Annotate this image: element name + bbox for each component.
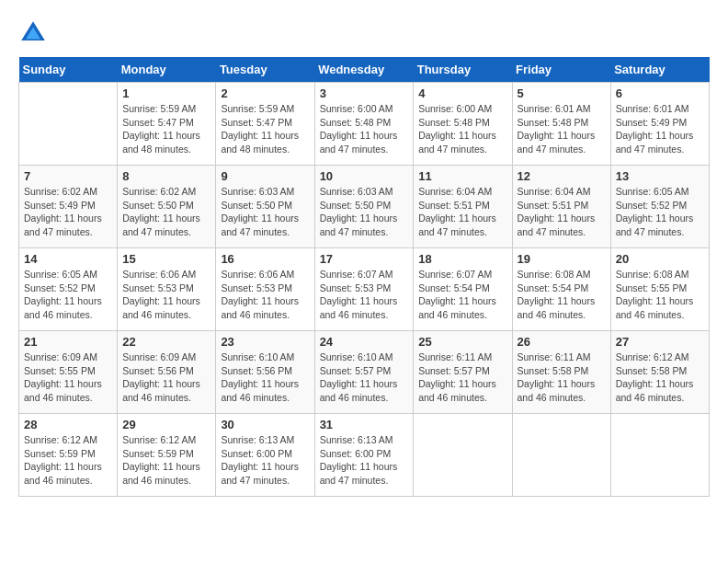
day-number: 25	[418, 335, 506, 349]
day-cell: 16Sunrise: 6:06 AM Sunset: 5:53 PM Dayli…	[216, 248, 314, 331]
day-number: 2	[221, 86, 309, 100]
day-info: Sunrise: 6:12 AM Sunset: 5:58 PM Dayligh…	[616, 350, 704, 405]
week-row-4: 21Sunrise: 6:09 AM Sunset: 5:55 PM Dayli…	[19, 331, 710, 414]
day-number: 21	[24, 335, 112, 349]
week-row-3: 14Sunrise: 6:05 AM Sunset: 5:52 PM Dayli…	[19, 248, 710, 331]
day-cell: 26Sunrise: 6:11 AM Sunset: 5:58 PM Dayli…	[512, 331, 610, 414]
day-cell: 14Sunrise: 6:05 AM Sunset: 5:52 PM Dayli…	[19, 248, 118, 331]
day-info: Sunrise: 5:59 AM Sunset: 5:47 PM Dayligh…	[122, 102, 210, 156]
day-number: 10	[320, 169, 409, 183]
day-cell: 8Sunrise: 6:02 AM Sunset: 5:50 PM Daylig…	[118, 166, 216, 248]
day-number: 24	[320, 335, 409, 349]
day-info: Sunrise: 6:09 AM Sunset: 5:55 PM Dayligh…	[24, 350, 112, 405]
day-cell	[610, 414, 709, 497]
day-cell	[19, 83, 118, 166]
day-info: Sunrise: 6:13 AM Sunset: 6:00 PM Dayligh…	[320, 433, 409, 488]
day-number: 7	[24, 169, 112, 183]
day-info: Sunrise: 6:06 AM Sunset: 5:53 PM Dayligh…	[221, 268, 309, 322]
day-number: 8	[122, 169, 210, 183]
day-info: Sunrise: 6:05 AM Sunset: 5:52 PM Dayligh…	[616, 185, 704, 239]
day-cell: 22Sunrise: 6:09 AM Sunset: 5:56 PM Dayli…	[118, 331, 216, 414]
day-info: Sunrise: 5:59 AM Sunset: 5:47 PM Dayligh…	[221, 102, 309, 156]
day-number: 9	[221, 169, 309, 183]
day-number: 22	[122, 335, 210, 349]
day-info: Sunrise: 6:10 AM Sunset: 5:57 PM Dayligh…	[320, 350, 409, 405]
day-info: Sunrise: 6:07 AM Sunset: 5:54 PM Dayligh…	[418, 268, 506, 322]
day-info: Sunrise: 6:02 AM Sunset: 5:50 PM Dayligh…	[122, 185, 210, 239]
weekday-header-row: SundayMondayTuesdayWednesdayThursdayFrid…	[19, 57, 710, 83]
day-info: Sunrise: 6:04 AM Sunset: 5:51 PM Dayligh…	[518, 185, 606, 239]
day-cell: 17Sunrise: 6:07 AM Sunset: 5:53 PM Dayli…	[314, 248, 414, 331]
day-number: 23	[221, 335, 309, 349]
week-row-2: 7Sunrise: 6:02 AM Sunset: 5:49 PM Daylig…	[19, 166, 710, 248]
day-number: 13	[616, 169, 704, 183]
day-cell: 25Sunrise: 6:11 AM Sunset: 5:57 PM Dayli…	[414, 331, 512, 414]
day-cell: 7Sunrise: 6:02 AM Sunset: 5:49 PM Daylig…	[19, 166, 118, 248]
day-cell: 20Sunrise: 6:08 AM Sunset: 5:55 PM Dayli…	[610, 248, 709, 331]
day-number: 14	[24, 252, 112, 266]
day-number: 11	[418, 169, 506, 183]
day-cell: 30Sunrise: 6:13 AM Sunset: 6:00 PM Dayli…	[216, 414, 314, 497]
day-cell: 11Sunrise: 6:04 AM Sunset: 5:51 PM Dayli…	[414, 166, 512, 248]
day-cell: 28Sunrise: 6:12 AM Sunset: 5:59 PM Dayli…	[19, 414, 118, 497]
day-cell: 19Sunrise: 6:08 AM Sunset: 5:54 PM Dayli…	[512, 248, 610, 331]
day-info: Sunrise: 6:10 AM Sunset: 5:56 PM Dayligh…	[221, 350, 309, 405]
calendar-table: SundayMondayTuesdayWednesdayThursdayFrid…	[18, 57, 710, 497]
day-info: Sunrise: 6:07 AM Sunset: 5:53 PM Dayligh…	[320, 268, 409, 322]
logo-icon	[18, 18, 48, 48]
day-cell: 3Sunrise: 6:00 AM Sunset: 5:48 PM Daylig…	[314, 83, 414, 166]
day-cell: 10Sunrise: 6:03 AM Sunset: 5:50 PM Dayli…	[314, 166, 414, 248]
day-info: Sunrise: 6:00 AM Sunset: 5:48 PM Dayligh…	[418, 102, 506, 156]
day-cell	[512, 414, 610, 497]
day-number: 15	[122, 252, 210, 266]
day-info: Sunrise: 6:00 AM Sunset: 5:48 PM Dayligh…	[320, 102, 409, 156]
week-row-5: 28Sunrise: 6:12 AM Sunset: 5:59 PM Dayli…	[19, 414, 710, 497]
day-number: 18	[418, 252, 506, 266]
day-number: 3	[320, 86, 409, 100]
day-info: Sunrise: 6:04 AM Sunset: 5:51 PM Dayligh…	[418, 185, 506, 239]
page-header	[18, 18, 710, 48]
day-info: Sunrise: 6:08 AM Sunset: 5:54 PM Dayligh…	[518, 268, 606, 322]
day-info: Sunrise: 6:12 AM Sunset: 5:59 PM Dayligh…	[24, 433, 112, 488]
day-number: 26	[518, 335, 606, 349]
weekday-header-wednesday: Wednesday	[314, 57, 414, 83]
day-info: Sunrise: 6:13 AM Sunset: 6:00 PM Dayligh…	[221, 433, 309, 488]
logo	[18, 18, 51, 48]
day-info: Sunrise: 6:01 AM Sunset: 5:48 PM Dayligh…	[518, 102, 606, 156]
day-info: Sunrise: 6:05 AM Sunset: 5:52 PM Dayligh…	[24, 268, 112, 322]
day-cell: 27Sunrise: 6:12 AM Sunset: 5:58 PM Dayli…	[610, 331, 709, 414]
week-row-1: 1Sunrise: 5:59 AM Sunset: 5:47 PM Daylig…	[19, 83, 710, 166]
day-cell: 21Sunrise: 6:09 AM Sunset: 5:55 PM Dayli…	[19, 331, 118, 414]
day-cell: 24Sunrise: 6:10 AM Sunset: 5:57 PM Dayli…	[314, 331, 414, 414]
day-cell: 15Sunrise: 6:06 AM Sunset: 5:53 PM Dayli…	[118, 248, 216, 331]
day-info: Sunrise: 6:09 AM Sunset: 5:56 PM Dayligh…	[122, 350, 210, 405]
day-number: 16	[221, 252, 309, 266]
day-cell	[414, 414, 512, 497]
day-number: 6	[616, 86, 704, 100]
day-cell: 23Sunrise: 6:10 AM Sunset: 5:56 PM Dayli…	[216, 331, 314, 414]
weekday-header-monday: Monday	[118, 57, 216, 83]
day-cell: 13Sunrise: 6:05 AM Sunset: 5:52 PM Dayli…	[610, 166, 709, 248]
day-cell: 6Sunrise: 6:01 AM Sunset: 5:49 PM Daylig…	[610, 83, 709, 166]
weekday-header-friday: Friday	[512, 57, 610, 83]
day-cell: 4Sunrise: 6:00 AM Sunset: 5:48 PM Daylig…	[414, 83, 512, 166]
day-cell: 29Sunrise: 6:12 AM Sunset: 5:59 PM Dayli…	[118, 414, 216, 497]
day-info: Sunrise: 6:08 AM Sunset: 5:55 PM Dayligh…	[616, 268, 704, 322]
weekday-header-saturday: Saturday	[610, 57, 709, 83]
day-info: Sunrise: 6:12 AM Sunset: 5:59 PM Dayligh…	[122, 433, 210, 488]
day-number: 30	[221, 418, 309, 431]
day-number: 28	[24, 418, 112, 431]
day-number: 1	[122, 86, 210, 100]
day-number: 31	[320, 418, 409, 431]
day-info: Sunrise: 6:06 AM Sunset: 5:53 PM Dayligh…	[122, 268, 210, 322]
day-cell: 12Sunrise: 6:04 AM Sunset: 5:51 PM Dayli…	[512, 166, 610, 248]
day-number: 12	[518, 169, 606, 183]
day-info: Sunrise: 6:11 AM Sunset: 5:57 PM Dayligh…	[418, 350, 506, 405]
day-info: Sunrise: 6:02 AM Sunset: 5:49 PM Dayligh…	[24, 185, 112, 239]
day-cell: 9Sunrise: 6:03 AM Sunset: 5:50 PM Daylig…	[216, 166, 314, 248]
day-number: 5	[518, 86, 606, 100]
day-cell: 5Sunrise: 6:01 AM Sunset: 5:48 PM Daylig…	[512, 83, 610, 166]
day-cell: 2Sunrise: 5:59 AM Sunset: 5:47 PM Daylig…	[216, 83, 314, 166]
day-info: Sunrise: 6:01 AM Sunset: 5:49 PM Dayligh…	[616, 102, 704, 156]
day-cell: 1Sunrise: 5:59 AM Sunset: 5:47 PM Daylig…	[118, 83, 216, 166]
